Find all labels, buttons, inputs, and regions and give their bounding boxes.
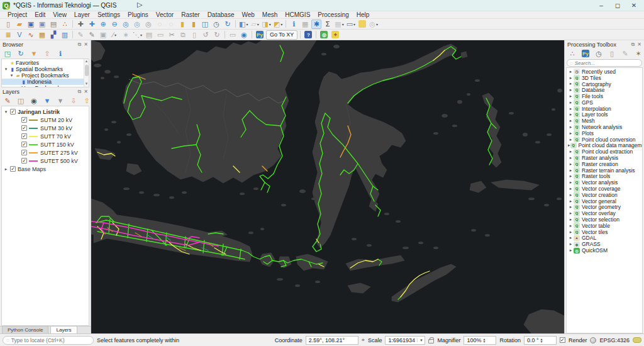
filter-browser-icon[interactable]: ▼ <box>29 49 39 59</box>
new-layer-menu-icon[interactable]: ◨▾ <box>261 20 271 29</box>
processing-group-vector-analysis[interactable]: ▸QVector analysis <box>567 179 642 186</box>
processing-group-database[interactable]: ▸QDatabase <box>567 87 642 93</box>
pan-to-selection-icon[interactable]: ✚ <box>87 20 97 29</box>
expand-arrow-icon[interactable]: ▸ <box>568 211 574 216</box>
expand-arrow-icon[interactable]: ▸ <box>568 162 574 167</box>
browser-close-icon[interactable]: ✕ <box>84 42 88 47</box>
dock-tab-layers[interactable]: Layers <box>50 326 77 333</box>
expand-arrow-icon[interactable]: ▸ <box>568 118 574 123</box>
menu-project[interactable]: Project <box>4 11 31 18</box>
redo-icon[interactable]: ↻ <box>212 30 222 40</box>
processing-group-vector-general[interactable]: ▸QVector general <box>567 198 642 204</box>
toolbox-scripts-icon[interactable]: Py <box>580 49 591 59</box>
zoom-last-icon[interactable]: ◌ <box>155 20 165 29</box>
open-attribute-table-icon[interactable]: ▦ <box>300 20 310 29</box>
pan-map-icon[interactable]: ✚ <box>75 20 86 29</box>
layer-sutet275[interactable]: ✓SUTET 275 kV <box>2 148 89 157</box>
expand-arrow-icon[interactable]: ▸ <box>568 149 574 154</box>
expand-arrow-icon[interactable]: ▸ <box>568 137 574 142</box>
add-virtual-layer-icon[interactable]: ▥ <box>60 30 70 40</box>
processing-group-vector-creation[interactable]: ▸QVector creation <box>567 192 642 198</box>
vertex-tool-icon[interactable]: ⋱▾ <box>132 30 143 40</box>
menu-view[interactable]: View <box>49 11 70 18</box>
browser-item-indonesia[interactable]: ▮Indonesia <box>2 79 89 85</box>
processing-group-vector-coverage[interactable]: ▸QVector coverage <box>567 186 642 192</box>
expand-arrow-icon[interactable]: ▸ <box>568 69 574 74</box>
extents-toggle-icon[interactable]: ⌖ <box>362 337 365 343</box>
expand-arrow-icon[interactable]: ▸ <box>568 100 574 105</box>
nominatim-locator-icon[interactable]: ◎▾ <box>369 20 379 29</box>
street-view-icon[interactable]: ◉ <box>239 30 249 40</box>
expand-arrow-icon[interactable]: ▸ <box>568 223 574 228</box>
layer-sutm30[interactable]: ✓SUTM 30 kV <box>2 124 89 132</box>
delete-selected-icon[interactable]: ▭ <box>155 30 165 40</box>
spinner-arrows-icon[interactable]: ▲▼ <box>482 338 486 343</box>
browser-item-project-bookmarks[interactable]: ▾▰Project Bookmarks <box>2 72 89 79</box>
zoom-to-selection-icon[interactable]: ◎ <box>132 20 142 29</box>
expand-arrow-icon[interactable]: ▸ <box>568 235 574 240</box>
layers-float-icon[interactable]: ⧉ <box>78 89 82 95</box>
expand-arrow-icon[interactable]: ▸ <box>3 167 9 172</box>
browser-item-user-bookmarks[interactable]: ▰User Bookmarks <box>2 85 89 87</box>
magnifier-spinner[interactable]: 100% ▲▼ <box>464 336 496 345</box>
expand-arrow-icon[interactable]: ▸ <box>568 193 574 198</box>
toggle-editing-icon[interactable]: ✎ <box>87 30 97 40</box>
processing-search-input[interactable] <box>575 60 631 66</box>
manage-map-themes-icon[interactable]: ◉ <box>29 96 39 106</box>
close-button[interactable]: ✕ <box>630 2 638 9</box>
datasource-manager-layers-icon[interactable]: ≣ <box>3 30 13 40</box>
new-project-icon[interactable]: ▯ <box>3 20 13 29</box>
menu-mesh[interactable]: Mesh <box>258 11 281 18</box>
browser-scrollbar[interactable]: ▲ ▼ <box>84 59 89 87</box>
menu-raster[interactable]: Raster <box>177 11 203 18</box>
processing-group-network-analysis[interactable]: ▸QNetwork analysis <box>567 124 642 130</box>
layer-checkbox[interactable]: ✓ <box>10 166 16 172</box>
measure-icon[interactable]: ▭▾ <box>346 20 356 29</box>
render-checkbox[interactable]: ✓ <box>560 337 565 343</box>
menu-hcmgis[interactable]: HCMGIS <box>281 11 314 18</box>
rotation-spinner[interactable]: 0.0 ° ▲▼ <box>524 336 557 345</box>
processing-group-recently-used[interactable]: ▸◷Recently used <box>567 69 642 75</box>
collapse-all-icon[interactable]: ⇧ <box>42 49 52 59</box>
map-tips-icon[interactable] <box>357 20 367 29</box>
toolbox-models-icon[interactable]: ∴ <box>567 49 577 59</box>
expand-arrow-icon[interactable]: ▸ <box>568 131 574 136</box>
layer-checkbox[interactable]: ✓ <box>21 117 27 123</box>
menu-settings[interactable]: Settings <box>94 11 124 18</box>
add-raster-layer-icon[interactable]: ∿ <box>26 30 36 40</box>
processing-group-raster-tools[interactable]: ▸QRaster tools <box>567 174 642 180</box>
expand-arrow-icon[interactable]: ▸ <box>568 94 574 99</box>
refresh-icon[interactable]: ↻ <box>223 20 233 29</box>
processing-group-gps[interactable]: ▸QGPS <box>567 99 642 106</box>
layer-checkbox[interactable]: ✓ <box>21 158 27 164</box>
zoom-full-icon[interactable]: ◎ <box>121 20 131 29</box>
processing-group-quickosm[interactable]: ▸◎QuickOSM <box>567 247 642 254</box>
menu-plugins[interactable]: Plugins <box>124 11 152 18</box>
identify-features-icon[interactable]: ℹ <box>289 20 299 29</box>
layer-checkbox[interactable]: ✓ <box>21 142 27 147</box>
processing-group-cartography[interactable]: ▸QCartography <box>567 81 642 87</box>
add-feature-icon[interactable]: ∗ <box>121 30 131 40</box>
processing-group-vector-overlay[interactable]: ▸QVector overlay <box>567 210 642 216</box>
expand-arrow-icon[interactable]: ▸ <box>568 143 570 148</box>
processing-toolbox-icon[interactable]: ✱ <box>311 20 321 29</box>
lock-scale-icon[interactable] <box>428 339 434 343</box>
scale-combo[interactable]: 1:6961934 ▼ <box>385 336 425 345</box>
paste-features-icon[interactable]: ▯ <box>189 30 199 40</box>
processing-close-icon[interactable]: ✕ <box>637 42 641 47</box>
add-vector-layer-icon[interactable]: V <box>14 30 25 40</box>
quickosm-icon[interactable]: ◎ <box>319 30 329 40</box>
layer-sutet500[interactable]: ✓SUTET 500 kV <box>2 157 89 165</box>
expand-arrow-icon[interactable]: ▾ <box>3 109 9 114</box>
python-console-icon[interactable]: Py <box>255 30 265 40</box>
help-contents-icon[interactable]: ? <box>303 30 313 40</box>
browser-float-icon[interactable]: ⧉ <box>78 42 82 48</box>
layer-sutt150[interactable]: ✓SUTT 150 kV <box>2 140 89 148</box>
menu-web[interactable]: Web <box>238 11 258 18</box>
expand-arrow-icon[interactable]: ▸ <box>568 168 574 173</box>
processing-float-icon[interactable]: ⧉ <box>631 42 635 48</box>
save-project-icon[interactable]: ▣ <box>26 20 36 29</box>
add-group-icon[interactable]: ◫ <box>16 96 26 106</box>
expand-arrow-icon[interactable]: ▸ <box>568 81 574 86</box>
messages-icon[interactable] <box>633 337 641 343</box>
